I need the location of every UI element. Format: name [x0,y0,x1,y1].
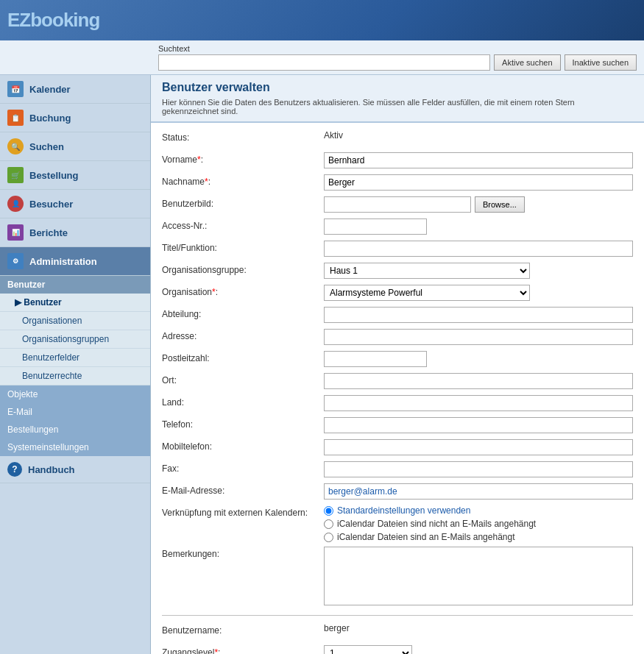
sidebar-item-handbuch[interactable]: ? Handbuch [0,456,150,483]
nachname-control [324,174,633,191]
benutzername-text: berger [324,621,350,633]
form-row-plz: Postleitzahl: [162,351,633,369]
radio-not-attached-label: iCalendar Dateien sind nicht an E-Mails … [337,519,536,529]
submenu-item-benutzer[interactable]: ▶ Benutzer [0,294,150,312]
org-gruppe-select[interactable]: Haus 1 Haus 2 Haus 3 [324,263,530,279]
form-row-benutzername: Benutzername: berger [162,623,633,641]
benutzername-label: Benutzername: [162,623,324,636]
telefon-control [324,417,633,433]
form-row-vorname: Vorname*: [162,152,633,170]
search-nav-icon: 🔍 [7,138,24,154]
zugangslevel-required: * [214,647,218,654]
nachname-input[interactable] [324,174,633,191]
user-form: Status: Aktiv Vorname*: Nachname*: [151,123,644,654]
page-description: Hier können Sie die Daten des Benutzers … [162,98,633,115]
sidebar-item-buchung[interactable]: 📋 Buchung [0,104,150,132]
adresse-input[interactable] [324,329,633,345]
sidebar-item-besucher[interactable]: 👤 Besucher [0,190,150,218]
sidebar-item-berichte[interactable]: 📊 Berichte [0,218,150,247]
search-inactive-button[interactable]: Inaktive suchen [565,54,637,71]
browse-button[interactable]: Browse... [475,196,525,213]
sidebar-label-administration: Administration [29,256,97,267]
bemerkungen-control [324,547,633,608]
radio-attached[interactable] [324,533,333,542]
fax-input[interactable] [324,461,633,477]
vorname-required: * [197,154,201,165]
bemerkungen-label: Bemerkungen: [162,547,324,559]
sidebar-item-bestellung[interactable]: 🛒 Bestellung [0,161,150,190]
form-row-titel: Titel/Funktion: [162,241,633,258]
content-area: Benutzer verwalten Hier können Sie die D… [151,75,644,654]
adresse-control [324,329,633,345]
zugangslevel-control: 1 2 3 [324,645,633,654]
org-gruppe-label: Organisationsgruppe: [162,263,324,275]
main-layout: 📅 Kalender 📋 Buchung 🔍 Suchen 🛒 Bestellu… [0,75,644,654]
content-header: Benutzer verwalten Hier können Sie die D… [151,75,644,123]
benutzerbild-control: Browse... [324,196,633,213]
submenu-item-organisationen[interactable]: Organisationen [0,312,150,330]
org-gruppe-control: Haus 1 Haus 2 Haus 3 [324,263,633,279]
fax-control [324,461,633,477]
titel-control [324,241,633,257]
nachname-label: Nachname*: [162,174,324,187]
radio-standard[interactable] [324,506,333,516]
benutzerbild-path-input[interactable] [324,196,471,213]
submenu-section-bestellungen[interactable]: Bestellungen [0,421,150,438]
mobil-control [324,439,633,455]
help-icon: ? [7,462,22,477]
vorname-label: Vorname*: [162,152,324,165]
submenu-item-organisationsgruppen[interactable]: Organisationsgruppen [0,330,150,349]
search-active-button[interactable]: Aktive suchen [494,54,560,71]
submenu-section-objekte[interactable]: Objekte [0,385,150,403]
radio-not-attached[interactable] [324,519,333,529]
form-row-fax: Fax: [162,461,633,479]
sidebar: 📅 Kalender 📋 Buchung 🔍 Suchen 🛒 Bestellu… [0,75,151,654]
titel-input[interactable] [324,241,633,257]
app-logo: EZbooking [7,9,99,32]
access-control [324,218,633,235]
submenu-section-systemeinstellungen[interactable]: Systemeinstellungen [0,438,150,456]
form-row-abteilung: Abteilung: [162,307,633,324]
abteilung-control [324,307,633,323]
search-input[interactable] [158,54,490,71]
mobil-label: Mobiltelefon: [162,439,324,452]
ort-input[interactable] [324,373,633,389]
submenu-section-email[interactable]: E-Mail [0,403,150,421]
zugangslevel-select[interactable]: 1 2 3 [324,645,412,654]
ort-label: Ort: [162,373,324,385]
sidebar-item-kalender[interactable]: 📅 Kalender [0,75,150,104]
benutzerbild-label: Benutzerbild: [162,196,324,209]
booking-icon: 📋 [7,110,24,126]
telefon-input[interactable] [324,417,633,433]
submenu-item-benutzerfelder[interactable]: Benutzerfelder [0,349,150,367]
sidebar-item-suchen[interactable]: 🔍 Suchen [0,132,150,161]
status-label: Status: [162,130,324,143]
form-divider [162,615,633,616]
submenu-header-benutzer: Benutzer [0,276,150,294]
land-input[interactable] [324,395,633,411]
land-control [324,395,633,411]
search-bar: Suchtext Aktive suchen Inaktive suchen [0,40,644,75]
telefon-label: Telefon: [162,417,324,430]
sidebar-label-bestellung: Bestellung [29,170,78,181]
radio-standard-label: Standardeinstellungen verwenden [337,505,470,516]
form-row-organisation: Organisation*: Alarmsysteme Powerful Oth… [162,285,633,302]
sidebar-label-buchung: Buchung [29,113,71,124]
email-input[interactable] [324,483,633,500]
status-text: Aktiv [324,128,343,141]
form-row-adresse: Adresse: [162,329,633,346]
form-row-nachname: Nachname*: [162,174,633,192]
sidebar-label-handbuch: Handbuch [28,464,75,475]
mobil-input[interactable] [324,439,633,455]
abteilung-input[interactable] [324,307,633,323]
vorname-input[interactable] [324,152,633,168]
abteilung-label: Abteilung: [162,307,324,319]
organisation-select[interactable]: Alarmsysteme Powerful Other Org [324,285,530,301]
plz-input[interactable] [324,351,427,367]
submenu-item-benutzerrechte[interactable]: Benutzerrechte [0,367,150,385]
access-input[interactable] [324,218,427,235]
sidebar-item-administration[interactable]: ⚙ Administration [0,247,150,276]
bemerkungen-textarea[interactable] [324,547,633,605]
form-row-org-gruppe: Organisationsgruppe: Haus 1 Haus 2 Haus … [162,263,633,280]
search-label: Suchtext [158,44,637,53]
